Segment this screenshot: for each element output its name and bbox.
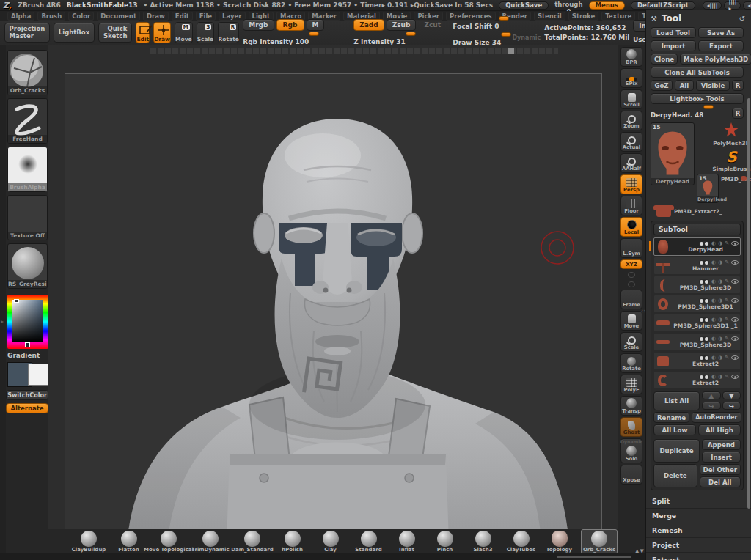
right-shelf-button[interactable]: SPix bbox=[620, 68, 642, 88]
subtool-thumbnail[interactable] bbox=[660, 279, 670, 292]
tray-scroll-arrows-icon[interactable]: ▲▼ bbox=[635, 548, 645, 554]
brush-tray-item[interactable]: Clay bbox=[314, 530, 347, 553]
subtool-row[interactable]: ◐ ◑ ✎ DerpyHead bbox=[653, 237, 741, 256]
visibility-eye-icon[interactable] bbox=[731, 375, 739, 379]
brush-icon[interactable]: ✎ bbox=[725, 259, 729, 265]
half2-toggle-icon[interactable]: ◑ bbox=[718, 298, 722, 303]
brush-tray-item[interactable]: Move Topological bbox=[150, 530, 187, 553]
list-all-button[interactable]: List All bbox=[653, 391, 700, 410]
subtool-thumbnail[interactable] bbox=[656, 320, 670, 325]
right-shelf-button[interactable]: Frame bbox=[620, 290, 642, 309]
viewport-canvas[interactable] bbox=[48, 45, 618, 529]
half2-toggle-icon[interactable]: ◑ bbox=[718, 240, 722, 246]
right-shelf-button[interactable] bbox=[620, 270, 642, 279]
secondary-color-swatch[interactable] bbox=[28, 364, 48, 386]
del-other-button[interactable]: Del Other bbox=[700, 464, 741, 475]
right-shelf-button[interactable]: Scroll bbox=[620, 89, 642, 109]
brush-tray-item[interactable]: Topology bbox=[543, 530, 576, 553]
rename-button[interactable]: Rename bbox=[653, 412, 689, 423]
rgb-intensity-slider[interactable]: Rgb Intensity 100 bbox=[243, 33, 350, 47]
polypaint-toggle-icon[interactable] bbox=[699, 279, 709, 284]
menu-item[interactable]: File bbox=[196, 12, 216, 21]
save-as-button[interactable]: Save As bbox=[698, 27, 744, 38]
quicksave-button[interactable]: QuickSave bbox=[499, 1, 549, 10]
clone-all-subtools-button[interactable]: Clone All SubTools bbox=[651, 67, 744, 78]
subtool-extract-up-icon[interactable]: ↪ bbox=[702, 402, 721, 410]
subtool-down-icon[interactable]: ▼ bbox=[722, 391, 741, 399]
m-button[interactable]: M bbox=[307, 19, 325, 31]
scale-button[interactable]: S Scale bbox=[197, 22, 215, 43]
goz-r-button[interactable]: R bbox=[732, 80, 744, 91]
subtool-thumbnail[interactable] bbox=[658, 298, 668, 310]
menu-item[interactable]: Draw bbox=[143, 12, 169, 21]
subpalette-header[interactable]: Remesh bbox=[646, 523, 751, 538]
subtool-row[interactable]: ◐ ◑ ✎ PM3D_Sphere3D1 bbox=[653, 295, 741, 313]
half-toggle-icon[interactable]: ◐ bbox=[711, 374, 716, 380]
subtool-row[interactable]: ◐ ◑ ✎ Extract2 bbox=[653, 352, 741, 370]
subtool-row[interactable]: ◐ ◑ ✎ Extract2 bbox=[653, 371, 741, 389]
right-shelf-button[interactable]: Rotate bbox=[620, 353, 642, 373]
material-thumbnail[interactable]: RS_GreyResin bbox=[7, 243, 48, 289]
all-low-button[interactable]: All Low bbox=[653, 424, 696, 435]
right-shelf-button[interactable]: Local bbox=[620, 217, 642, 237]
half2-toggle-icon[interactable]: ◑ bbox=[718, 279, 722, 284]
right-shelf-button[interactable]: L.Sym bbox=[620, 238, 642, 258]
insert-button[interactable]: Insert bbox=[702, 452, 741, 463]
right-shelf-button[interactable]: PolyF bbox=[620, 375, 642, 394]
polypaint-toggle-icon[interactable] bbox=[699, 336, 709, 342]
stroke-thumbnail[interactable]: FreeHand bbox=[7, 98, 48, 144]
default-zscript-button[interactable]: DefaultZScript bbox=[631, 1, 695, 10]
zsub-button[interactable]: Zsub bbox=[387, 19, 417, 31]
rotate-button[interactable]: R Rotate bbox=[218, 22, 239, 43]
move-button[interactable]: M Move bbox=[175, 22, 193, 43]
brush-tray-item[interactable]: ClayBuildup bbox=[70, 530, 107, 553]
all-high-button[interactable]: All High bbox=[698, 424, 741, 435]
gradient-label[interactable]: Gradient bbox=[7, 352, 40, 359]
brush-icon[interactable]: ✎ bbox=[725, 355, 729, 361]
tool-import-button[interactable]: Import bbox=[651, 40, 696, 51]
mrgb-button[interactable]: Mrgb bbox=[243, 19, 274, 31]
menu-item[interactable]: Brush bbox=[37, 12, 65, 21]
alternate-button[interactable]: Alternate bbox=[6, 403, 48, 413]
subtool-thumbnail[interactable] bbox=[657, 356, 669, 366]
right-shelf-button[interactable]: AAHalf bbox=[620, 153, 642, 173]
right-shelf-button[interactable]: Move bbox=[620, 311, 642, 331]
delete-button[interactable]: Delete bbox=[653, 464, 697, 487]
subtool-row[interactable]: ◐ ◑ ✎ Hammer bbox=[653, 257, 741, 275]
right-shelf-button[interactable]: Scale bbox=[620, 332, 642, 352]
visibility-eye-icon[interactable] bbox=[731, 241, 739, 246]
slider-r-button[interactable]: R bbox=[732, 108, 744, 119]
subtool-thumbnail[interactable] bbox=[658, 375, 668, 386]
visibility-eye-icon[interactable] bbox=[731, 260, 739, 265]
menu-item[interactable]: Document bbox=[97, 12, 140, 21]
subtool-up-icon[interactable]: ▲ bbox=[702, 391, 721, 399]
current-tool-thumbnail[interactable]: 15 DerpyHead bbox=[651, 122, 695, 185]
half2-toggle-icon[interactable]: ◑ bbox=[718, 317, 722, 323]
visibility-eye-icon[interactable] bbox=[731, 317, 739, 322]
half2-toggle-icon[interactable]: ◑ bbox=[718, 374, 722, 380]
right-shelf-button[interactable]: Floor bbox=[620, 196, 642, 215]
polypaint-toggle-icon[interactable] bbox=[699, 298, 709, 303]
subpalette-header[interactable]: Project bbox=[646, 538, 751, 553]
z-intensity-slider[interactable]: Z Intensity 31 bbox=[353, 33, 449, 47]
brush-icon[interactable]: ✎ bbox=[725, 317, 729, 323]
goz-button[interactable]: GoZ bbox=[651, 80, 673, 91]
timeline-strip[interactable] bbox=[150, 48, 558, 54]
subtool-thumbnail[interactable] bbox=[656, 340, 670, 344]
brush-tray-item[interactable]: Dam_Standard bbox=[234, 530, 271, 553]
pm3d-extract2-item[interactable]: PM3D_Extract2 bbox=[721, 174, 751, 183]
polypaint-toggle-icon[interactable] bbox=[699, 355, 709, 361]
half-toggle-icon[interactable]: ◐ bbox=[711, 298, 716, 303]
menu-item[interactable]: Color bbox=[68, 12, 94, 21]
brush-tray-item[interactable]: Flatten bbox=[112, 530, 145, 553]
tool-export-button[interactable]: Export bbox=[698, 40, 744, 51]
brush-icon[interactable]: ✎ bbox=[725, 298, 729, 303]
lightbox-button[interactable]: LightBox bbox=[54, 23, 95, 43]
rgb-button[interactable]: Rgb bbox=[276, 19, 304, 31]
subtool-extract-down-icon[interactable]: ↪ bbox=[722, 402, 741, 410]
texture-thumbnail[interactable]: Texture Off bbox=[7, 195, 48, 240]
right-shelf-button[interactable]: Persp bbox=[620, 174, 642, 194]
subtool-row[interactable]: ◐ ◑ ✎ PM3D_Sphere3D1 _1 bbox=[653, 314, 741, 332]
alpha-thumbnail[interactable]: BrushAlpha bbox=[7, 147, 48, 192]
switch-color-button[interactable]: SwitchColor bbox=[6, 390, 48, 400]
